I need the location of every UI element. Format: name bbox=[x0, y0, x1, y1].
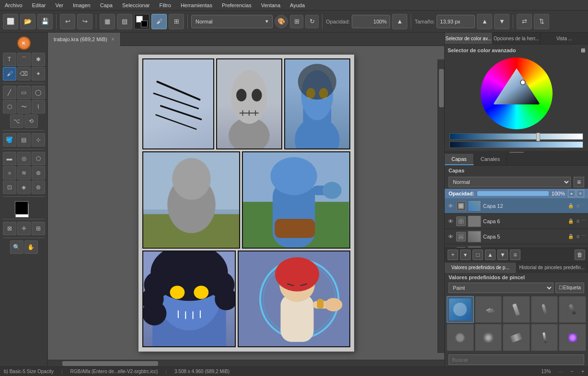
menu-archivo[interactable]: Archivo bbox=[3, 1, 24, 9]
tool-select-similar[interactable]: ≋ bbox=[17, 166, 31, 180]
mirror-v-button[interactable]: ⇅ bbox=[534, 14, 549, 29]
add-layer-btn[interactable]: + bbox=[448, 250, 458, 260]
canvas-scroll-area[interactable] bbox=[48, 46, 444, 360]
tab-close-button[interactable]: × bbox=[111, 36, 115, 42]
foreground-color-swatch[interactable] bbox=[15, 201, 28, 215]
brush-cell-10[interactable] bbox=[559, 324, 586, 351]
size-up-btn[interactable]: ▲ bbox=[477, 14, 492, 29]
layers-opacity-track[interactable] bbox=[477, 191, 549, 196]
tool-deform[interactable]: ◈ bbox=[17, 181, 31, 194]
pattern-button1[interactable]: ▦ bbox=[100, 14, 115, 29]
zoom-in-icon[interactable]: + bbox=[581, 369, 584, 374]
brush-cell-5[interactable] bbox=[559, 296, 586, 323]
layer-eye-capa12[interactable]: 👁 bbox=[447, 202, 454, 210]
tool-gradient[interactable]: ▤ bbox=[17, 133, 31, 147]
tool-calligraphy[interactable]: ⌒ bbox=[17, 53, 31, 66]
layer-more-icon-5[interactable]: ⋯ bbox=[581, 233, 586, 240]
tool-rect[interactable]: ▭ bbox=[17, 86, 31, 99]
layer-more-icon-6[interactable]: ⋯ bbox=[581, 217, 586, 225]
color-black-bar[interactable] bbox=[450, 141, 583, 148]
mirror-h-button[interactable]: ⇄ bbox=[517, 14, 532, 29]
blend-mode-dropdown[interactable]: Normal ▾ bbox=[191, 15, 273, 28]
brush-tab-history[interactable]: Historial de pinceles predefin... bbox=[517, 262, 588, 273]
brush-category-select[interactable]: Paint Sketch Ink bbox=[449, 283, 553, 293]
color-selector-expand-icon[interactable]: ⊞ bbox=[581, 47, 585, 54]
menu-herramientas[interactable]: Herramientas bbox=[179, 1, 214, 9]
tool-bezier[interactable]: ⌥ bbox=[10, 114, 23, 128]
brush-cell-6[interactable] bbox=[447, 324, 474, 351]
brush-cell-1[interactable] bbox=[447, 296, 474, 323]
move-layer-down-btn[interactable]: ▼ bbox=[497, 250, 508, 260]
vscroll-thumb[interactable] bbox=[439, 69, 444, 107]
size-down-btn[interactable]: ▼ bbox=[494, 14, 509, 29]
layer-more-icon[interactable]: ⋯ bbox=[581, 202, 586, 209]
brush-cell-8[interactable] bbox=[503, 324, 530, 351]
tool-select-rect[interactable]: ▬ bbox=[3, 152, 16, 165]
tool-select-magnetic[interactable]: ⊛ bbox=[32, 166, 45, 180]
pattern-button2[interactable]: ▨ bbox=[117, 14, 132, 29]
size-input[interactable] bbox=[437, 15, 475, 28]
brush-button[interactable]: 🖌 bbox=[151, 14, 167, 29]
layers-opacity-arrow1[interactable]: ▸ bbox=[568, 190, 576, 197]
tool-smart-select[interactable]: ⊚ bbox=[32, 181, 45, 194]
canvas-vscroll[interactable] bbox=[438, 59, 444, 353]
save-button[interactable]: 💾 bbox=[37, 14, 53, 29]
tool-multibrush[interactable]: ✱ bbox=[32, 53, 45, 66]
move-layer-up-btn[interactable]: ▲ bbox=[485, 250, 496, 260]
canvas-tab[interactable]: trabajo.kra (689,2 MiB) × bbox=[48, 33, 121, 46]
refresh-button[interactable]: ↻ bbox=[305, 15, 319, 28]
layer-lock-icon[interactable]: 🔒 bbox=[567, 202, 575, 209]
hscroll-thumb[interactable] bbox=[62, 361, 158, 366]
open-button[interactable]: 📂 bbox=[20, 14, 35, 29]
new-button[interactable]: ⬜ bbox=[3, 14, 18, 29]
grid-button[interactable]: ⊞ bbox=[169, 14, 184, 29]
menu-preferencias[interactable]: Preferencias bbox=[220, 1, 254, 9]
layer-item-capa9[interactable]: 👁 Capa 9 🔒 α ⋯ bbox=[445, 244, 588, 248]
layer-lock-icon-5[interactable]: 🔒 bbox=[567, 233, 575, 240]
menu-filtro[interactable]: Filtro bbox=[157, 1, 173, 9]
brush-cell-9[interactable] bbox=[531, 324, 558, 351]
menu-capa[interactable]: Capa bbox=[98, 1, 115, 9]
tool-smart-patch[interactable]: ✦ bbox=[32, 67, 45, 80]
tool-eraser[interactable]: ⌫ bbox=[17, 67, 31, 80]
group-layer-btn[interactable]: □ bbox=[473, 250, 483, 260]
tool-transform-select[interactable]: ⊡ bbox=[3, 181, 16, 194]
brush-cell-7[interactable] bbox=[475, 324, 502, 351]
layer-properties-btn[interactable]: ≡ bbox=[510, 250, 520, 260]
layer-eye-capa6[interactable]: 👁 bbox=[447, 217, 454, 225]
layers-blend-mode-select[interactable]: Normal Multiply Screen bbox=[449, 177, 571, 187]
layers-filter-button[interactable]: ≡ bbox=[574, 177, 584, 187]
layer-alpha-icon-5[interactable]: α bbox=[576, 233, 580, 240]
brush-tab-presets[interactable]: Valores predefinidos de p... bbox=[445, 262, 517, 273]
tool-ellipse[interactable]: ◯ bbox=[32, 86, 45, 99]
brush-cell-4[interactable] bbox=[531, 296, 558, 323]
palette-button[interactable]: 🎨 bbox=[275, 15, 288, 28]
right-tab-color[interactable]: Selector de color av... bbox=[445, 33, 493, 44]
right-tab-view[interactable]: Vista ... bbox=[541, 33, 588, 44]
delete-layer-btn[interactable]: 🗑 bbox=[575, 250, 585, 260]
tool-crop[interactable]: ⊠ bbox=[3, 222, 16, 235]
comic-canvas[interactable] bbox=[138, 55, 354, 352]
brush-label-btn[interactable]: ☐ Etiqueta bbox=[555, 283, 584, 293]
color-wheel[interactable] bbox=[481, 57, 553, 129]
opacity-up-btn[interactable]: ▲ bbox=[392, 14, 407, 29]
tool-select-polygon[interactable]: ⬠ bbox=[32, 152, 45, 165]
layers-tab-canales[interactable]: Canales bbox=[474, 154, 507, 165]
color-wheel-area[interactable] bbox=[448, 56, 585, 131]
gradient-slider[interactable] bbox=[536, 133, 540, 141]
layer-eye-capa5[interactable]: 👁 bbox=[447, 233, 454, 240]
tool-fill[interactable]: 🪣 bbox=[3, 133, 16, 147]
redo-button[interactable]: ↪ bbox=[77, 14, 92, 29]
tool-freehand[interactable]: 〜 bbox=[17, 100, 31, 114]
layer-item-capa6[interactable]: 👁 Capa 6 🔒 α ⋯ bbox=[445, 214, 588, 229]
wrap-button[interactable]: ⊞ bbox=[290, 15, 303, 28]
tool-zoom[interactable]: 🔍 bbox=[10, 240, 23, 254]
layer-item-capa5[interactable]: 👁 Capa 5 🔒 α ⋯ bbox=[445, 229, 588, 244]
zoom-out-icon[interactable]: − bbox=[571, 369, 574, 374]
menu-seleccionar[interactable]: Seleccionar bbox=[120, 1, 151, 9]
menu-imagen[interactable]: Imagen bbox=[71, 1, 92, 9]
opacity-input[interactable] bbox=[352, 15, 390, 28]
layer-alpha-icon[interactable]: α bbox=[576, 202, 580, 209]
tool-line[interactable]: ╱ bbox=[3, 86, 16, 99]
add-layer-type-btn[interactable]: ▾ bbox=[460, 250, 471, 260]
